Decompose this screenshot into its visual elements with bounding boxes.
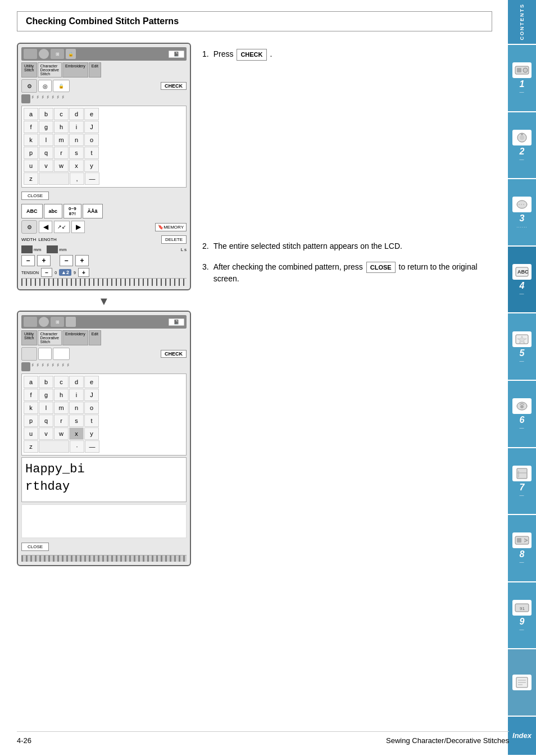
panel1-close-button[interactable]: CLOSE: [21, 192, 49, 200]
step-3: 3. After checking the combined pattern, …: [202, 261, 492, 285]
sidebar-tab-4[interactable]: ABC 4 —: [508, 247, 536, 314]
tab3-dashes: ......: [516, 224, 527, 229]
sidebar-tab-notes[interactable]: [508, 649, 536, 717]
panel1-measure-boxes: mm mm L s: [21, 245, 187, 253]
panel2-header: ⊞ 📓: [21, 315, 187, 329]
sidebar-tab-3[interactable]: 3 ......: [508, 179, 536, 247]
svg-rect-16: [517, 538, 521, 543]
svg-rect-1: [517, 68, 521, 72]
sidebar-tab-9[interactable]: 91 9 —: [508, 582, 536, 650]
left-panels: ⊞ 🔒 📓 UtilityStitch CharacterDecorativeS…: [17, 43, 191, 571]
step1-text-before: Press: [214, 49, 236, 58]
tab8-icon: [512, 532, 532, 548]
panel1-num-btn[interactable]: 0~98?!: [63, 204, 81, 218]
panel1-tabs: UtilityStitch CharacterDecorativeStitch …: [21, 62, 187, 78]
panel1-tab-embroidery[interactable]: Embroidery: [62, 62, 88, 78]
panel1-memory-button[interactable]: 🔖MEMORY: [155, 223, 187, 231]
panel1-icon4: 🔒: [66, 49, 76, 59]
sidebar-tab-index[interactable]: Index: [508, 717, 536, 756]
tab6-dashes: —: [520, 425, 525, 430]
panel1-char-row-5: u v w x y: [24, 160, 184, 172]
panel2-char-grid: a b c d e f g h i J k l: [21, 374, 187, 456]
panel1-back-icon[interactable]: ◀: [39, 221, 52, 233]
panel1-lock-icon: 🔒: [53, 80, 70, 92]
panel2-tab-character[interactable]: CharacterDecorativeStitch: [38, 330, 62, 345]
sidebar-tab-8[interactable]: 8 —: [508, 515, 536, 582]
panel1-tab-character[interactable]: CharacterDecorativeStitch: [38, 62, 62, 78]
panel2-tab-utility[interactable]: UtilityStitch: [21, 330, 37, 345]
panel1-length-area: LENGTH: [38, 237, 56, 242]
panel1-plus1-btn[interactable]: +: [37, 255, 51, 266]
tab2-icon: [512, 130, 532, 145]
panel1-sym-icon: [21, 94, 30, 103]
step1-content: Press CHECK .: [214, 48, 272, 61]
panel1-tension-plus-btn[interactable]: +: [78, 268, 89, 277]
sidebar-tab-contents[interactable]: CONTENTS: [508, 0, 536, 45]
panel2-tab-edit[interactable]: Edit: [89, 330, 101, 345]
tab4-dashes: —: [520, 291, 525, 296]
panel1-char-row-1: a b c d e: [24, 108, 184, 120]
tab3-icon: [512, 197, 532, 212]
panel1-tension-bar: [21, 278, 187, 286]
panel2-char-row-4: p q r s t: [24, 415, 184, 427]
step2-content: The entire selected stitch pattern appea…: [214, 240, 402, 252]
panel1-stitch-icon: ⚙: [21, 79, 37, 93]
step3-close-btn[interactable]: CLOSE: [366, 262, 396, 274]
step3-number: 3.: [202, 261, 209, 285]
panel1-tension-minus-btn[interactable]: −: [41, 268, 52, 277]
panel1-char-grid: a b c d e f g h i J k l: [21, 106, 187, 188]
panel2-settings-icon: [38, 348, 52, 360]
svg-point-13: [520, 405, 524, 408]
tab9-number: 9: [520, 617, 525, 627]
panel1-settings-icon: ◎: [38, 80, 52, 92]
panel1-tension-scale: 0: [54, 271, 57, 275]
panel1-settings2-icon[interactable]: ⚙: [21, 220, 37, 234]
panel1-tab-edit[interactable]: Edit: [89, 62, 101, 78]
panel1-width-indicator: [21, 245, 33, 253]
svg-text:ABC: ABC: [517, 269, 529, 275]
panel1-length-label: LENGTH: [38, 237, 56, 242]
footer-chapter-title: Sewing Character/Decorative Stitches: [386, 736, 509, 745]
panel2-stitch-symbols: ♯♯♯♯♯♯♯♯: [21, 362, 187, 371]
sidebar-tab-6[interactable]: 6 —: [508, 381, 536, 448]
tab5-number: 5: [520, 348, 525, 358]
tab6-icon: [512, 398, 532, 414]
panel1-minus1-btn[interactable]: −: [21, 255, 35, 266]
step1-check-btn[interactable]: CHECK: [237, 49, 266, 61]
panel1-forward-icon[interactable]: ▶: [71, 221, 85, 233]
panel1-minus2-btn[interactable]: −: [60, 255, 73, 266]
lcd-panel-1: ⊞ 🔒 📓 UtilityStitch CharacterDecorativeS…: [17, 43, 191, 290]
panel1-abc-btn[interactable]: ABC: [21, 204, 43, 218]
sidebar-tab-2[interactable]: 2 —: [508, 112, 536, 180]
sidebar-tab-7[interactable]: 7 —: [508, 448, 536, 516]
panel1-abc-btn-lower[interactable]: abc: [44, 204, 63, 218]
panel1-tab-utility[interactable]: UtilityStitch: [21, 62, 37, 78]
panel1-special-btn[interactable]: ÄÅä: [83, 204, 103, 218]
sidebar-tab-5[interactable]: 5 —: [508, 313, 536, 381]
panel1-char-row-6: z , —: [24, 172, 184, 185]
panel1-notebook-icon: 📓: [169, 51, 184, 58]
panel1-char-row-2: f g h i J: [24, 121, 184, 133]
notes-icon: [512, 675, 532, 690]
sidebar-tab-1[interactable]: 1 —: [508, 45, 536, 112]
panel2-icon3: ⊞: [51, 317, 64, 327]
panel2-check-button[interactable]: CHECK: [161, 350, 187, 358]
panel1-char-row-3: k l m n o: [24, 134, 184, 146]
step2-number: 2.: [202, 240, 209, 252]
panel2-notebook-icon: 📓: [169, 318, 184, 326]
panel1-check-button[interactable]: CHECK: [161, 82, 187, 90]
panel1-pm-row: − + − +: [21, 255, 187, 266]
panel2-char-row-6: z · —: [24, 440, 184, 453]
tab3-number: 3: [520, 213, 525, 224]
step-1: 1. Press CHECK .: [202, 48, 492, 61]
panel1-zoom-icon[interactable]: ↗↙: [54, 221, 70, 233]
tab9-icon: 91: [512, 600, 532, 616]
panel2-tabs: UtilityStitch CharacterDecorativeStitch …: [21, 330, 187, 345]
panel2-char-row-5: u v w x y: [24, 427, 184, 440]
panel1-tension-scale2: 9: [74, 271, 76, 275]
page-title: Checking Combined Stitch Patterns: [26, 16, 483, 26]
panel1-plus2-btn[interactable]: +: [75, 255, 89, 266]
panel2-close-button[interactable]: CLOSE: [21, 543, 49, 551]
panel1-delete-button[interactable]: DELETE: [161, 235, 187, 244]
panel2-tab-embroidery[interactable]: Embroidery: [62, 330, 88, 345]
